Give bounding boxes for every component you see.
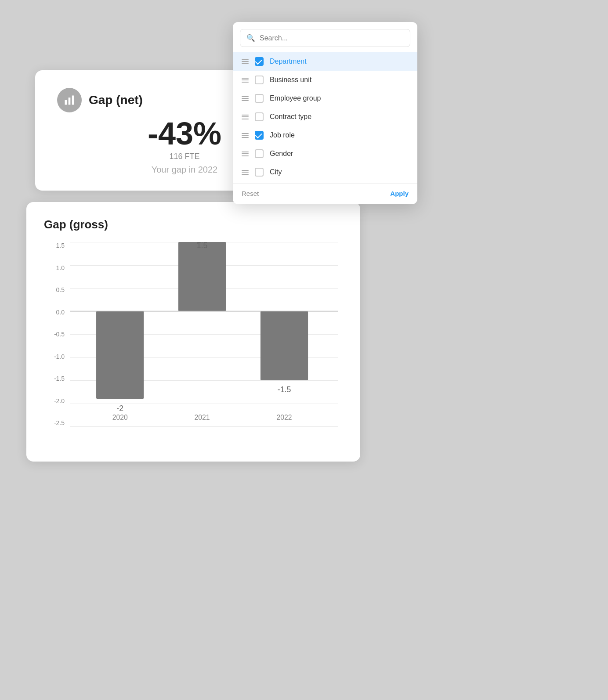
dropdown-item-gender[interactable]: Gender	[233, 144, 417, 163]
reset-button[interactable]: Reset	[242, 190, 259, 197]
drag-handle-icon	[242, 78, 249, 83]
item-label-department: Department	[270, 58, 409, 65]
checkbox-business-unit[interactable]	[255, 76, 264, 84]
y-axis: 1.5 1.0 0.5 0.0 -0.5 -1.0 -1.5 -2.0 -2.5	[44, 242, 68, 426]
search-input[interactable]	[260, 34, 404, 42]
drag-handle-icon	[242, 170, 249, 175]
dropdown-item-business-unit[interactable]: Business unit	[233, 71, 417, 89]
svg-text:-1.5: -1.5	[278, 385, 291, 394]
search-icon: 🔍	[246, 34, 255, 42]
dropdown-footer: Reset Apply	[233, 183, 417, 197]
svg-rect-9	[261, 311, 308, 381]
drag-handle-icon	[242, 96, 249, 101]
checkbox-city[interactable]	[255, 168, 264, 177]
apply-button[interactable]: Apply	[390, 190, 409, 197]
item-label-city: City	[270, 168, 409, 176]
checkbox-job-role[interactable]	[255, 131, 264, 140]
item-label-contract-type: Contract type	[270, 113, 409, 121]
dropdown-item-employee-group[interactable]: Employee group	[233, 89, 417, 108]
gap-gross-title: Gap (gross)	[44, 218, 343, 231]
svg-text:2021: 2021	[195, 414, 210, 421]
bar-chart: 1.5 1.0 0.5 0.0 -0.5 -1.0 -1.5 -2.0 -2.5	[44, 242, 343, 444]
drag-handle-icon	[242, 115, 249, 119]
svg-text:1.5: 1.5	[197, 242, 208, 250]
svg-text:2020: 2020	[112, 414, 128, 421]
search-box[interactable]: 🔍	[240, 29, 410, 47]
dropdown-item-job-role[interactable]: Job role	[233, 126, 417, 144]
item-label-gender: Gender	[270, 150, 409, 158]
dropdown-item-city[interactable]: City	[233, 163, 417, 181]
checkbox-department[interactable]	[255, 57, 264, 66]
gap-net-title: Gap (net)	[89, 93, 143, 107]
item-label-business-unit: Business unit	[270, 76, 409, 84]
item-label-employee-group: Employee group	[270, 94, 409, 102]
svg-text:-2: -2	[116, 404, 123, 413]
svg-rect-0	[65, 100, 67, 105]
dropdown-panel: 🔍 Department Business unit Employee grou…	[233, 22, 417, 204]
svg-rect-6	[178, 242, 226, 311]
drag-handle-icon	[242, 152, 249, 156]
chart-icon	[57, 88, 82, 112]
drag-handle-icon	[242, 133, 249, 138]
chart-svg: -2 2020 1.5 2021 -1.5 2022 1.5	[70, 242, 338, 426]
checkbox-employee-group[interactable]	[255, 94, 264, 103]
checkbox-gender[interactable]	[255, 149, 264, 158]
svg-rect-3	[96, 311, 144, 399]
svg-text:2022: 2022	[277, 414, 292, 421]
item-label-job-role: Job role	[270, 131, 409, 139]
checkbox-contract-type[interactable]	[255, 112, 264, 121]
svg-rect-2	[72, 96, 74, 105]
dropdown-item-department[interactable]: Department	[233, 52, 417, 71]
dropdown-item-contract-type[interactable]: Contract type	[233, 108, 417, 126]
gap-gross-card: Gap (gross) 1.5 1.0 0.5 0.0 -0.5 -1.0 -1…	[26, 202, 360, 462]
svg-rect-1	[69, 97, 71, 105]
drag-handle-icon	[242, 59, 249, 64]
